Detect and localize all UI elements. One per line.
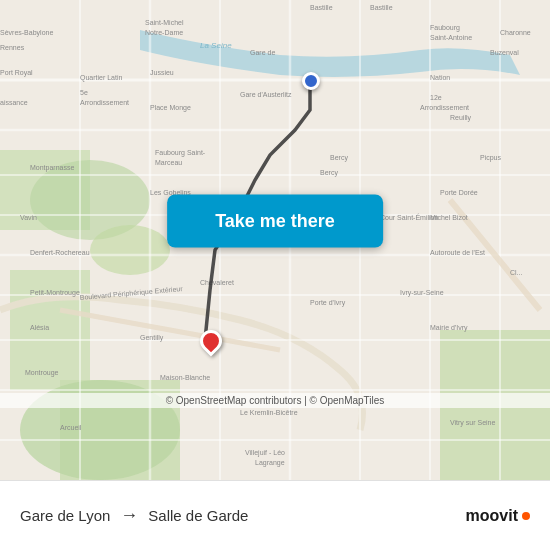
start-pin <box>302 72 320 90</box>
svg-text:Faubourg: Faubourg <box>430 24 460 32</box>
svg-text:Quartier Latin: Quartier Latin <box>80 74 123 82</box>
svg-text:5e: 5e <box>80 89 88 96</box>
svg-text:Vitry sur Seine: Vitry sur Seine <box>450 419 495 427</box>
svg-text:Port Royal: Port Royal <box>0 69 33 77</box>
moovit-text: moovit <box>466 507 518 525</box>
svg-text:Bercy: Bercy <box>320 169 338 177</box>
svg-text:Gare de: Gare de <box>250 49 275 56</box>
svg-text:aissance: aissance <box>0 99 28 106</box>
svg-text:Porte Dorée: Porte Dorée <box>440 189 478 196</box>
svg-text:12e: 12e <box>430 94 442 101</box>
svg-text:La Seine: La Seine <box>200 41 232 50</box>
moovit-logo: moovit <box>466 507 530 525</box>
svg-text:Reuilly: Reuilly <box>450 114 472 122</box>
svg-text:Nation: Nation <box>430 74 450 81</box>
map-attribution: © OpenStreetMap contributors | © OpenMap… <box>0 393 550 408</box>
svg-text:Bastille: Bastille <box>370 4 393 11</box>
svg-text:Saint-Michel: Saint-Michel <box>145 19 184 26</box>
svg-text:Michel Bizot: Michel Bizot <box>430 214 468 221</box>
svg-text:Jussieu: Jussieu <box>150 69 174 76</box>
svg-text:Petit-Montrouge: Petit-Montrouge <box>30 289 80 297</box>
svg-text:Montparnasse: Montparnasse <box>30 164 74 172</box>
svg-text:Vavin: Vavin <box>20 214 37 221</box>
svg-text:Alésia: Alésia <box>30 324 49 331</box>
moovit-dot-icon <box>522 512 530 520</box>
svg-text:Cl...: Cl... <box>510 269 523 276</box>
svg-text:Gare d'Austerlitz: Gare d'Austerlitz <box>240 91 292 98</box>
svg-text:Le Kremlin-Bicêtre: Le Kremlin-Bicêtre <box>240 409 298 416</box>
svg-text:Porte d'Ivry: Porte d'Ivry <box>310 299 346 307</box>
svg-text:Saint-Antoine: Saint-Antoine <box>430 34 472 41</box>
route-info: Gare de Lyon → Salle de Garde <box>20 505 248 526</box>
svg-text:Bercy: Bercy <box>330 154 348 162</box>
svg-text:Place Monge: Place Monge <box>150 104 191 112</box>
svg-text:Chevaleret: Chevaleret <box>200 279 234 286</box>
svg-text:Mairie d'Ivry: Mairie d'Ivry <box>430 324 468 332</box>
origin-label: Gare de Lyon <box>20 507 110 524</box>
svg-text:Picpus: Picpus <box>480 154 502 162</box>
take-me-there-button[interactable]: Take me there <box>167 194 383 247</box>
svg-text:Denfert-Rochereau: Denfert-Rochereau <box>30 249 90 256</box>
svg-text:Montrouge: Montrouge <box>25 369 59 377</box>
map-container: Montparnasse Vavin Saint-Michel Notre-Da… <box>0 0 550 480</box>
bottom-bar: Gare de Lyon → Salle de Garde moovit <box>0 480 550 550</box>
route-arrow-icon: → <box>120 505 138 526</box>
svg-text:Arcueil: Arcueil <box>60 424 82 431</box>
svg-text:Villejuif - Léo: Villejuif - Léo <box>245 449 285 457</box>
svg-text:Bastille: Bastille <box>310 4 333 11</box>
svg-text:Ivry-sur-Seine: Ivry-sur-Seine <box>400 289 444 297</box>
svg-text:Arrondissement: Arrondissement <box>420 104 469 111</box>
svg-text:Rennes: Rennes <box>0 44 25 51</box>
svg-text:Sèvres-Babylone: Sèvres-Babylone <box>0 29 53 37</box>
svg-text:Marceau: Marceau <box>155 159 182 166</box>
svg-text:Faubourg Saint-: Faubourg Saint- <box>155 149 206 157</box>
svg-text:Notre-Dame: Notre-Dame <box>145 29 183 36</box>
svg-text:Charonne: Charonne <box>500 29 531 36</box>
destination-label: Salle de Garde <box>148 507 248 524</box>
destination-pin <box>200 330 222 352</box>
svg-text:Arrondissement: Arrondissement <box>80 99 129 106</box>
svg-point-7 <box>90 225 170 275</box>
svg-text:Autoroute de l'Est: Autoroute de l'Est <box>430 249 485 256</box>
svg-text:Buzenval: Buzenval <box>490 49 519 56</box>
svg-text:Gentilly: Gentilly <box>140 334 164 342</box>
svg-text:Lagrange: Lagrange <box>255 459 285 467</box>
svg-text:Maison-Blanche: Maison-Blanche <box>160 374 210 381</box>
